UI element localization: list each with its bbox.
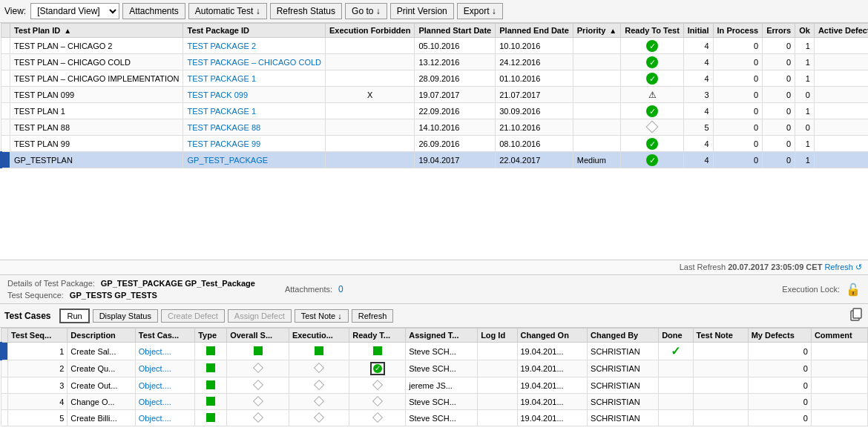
test-package-id-cell[interactable]: TEST PACKAGE 2 — [183, 38, 326, 54]
attachments-value[interactable]: 0 — [338, 284, 343, 294]
export-button[interactable]: Export ↓ — [457, 3, 503, 19]
run-button[interactable]: Run — [59, 309, 89, 323]
col-in-process[interactable]: In Process — [713, 24, 763, 38]
tc-green-sq-icon — [206, 346, 215, 355]
refresh-link[interactable]: Refresh ↺ — [824, 263, 862, 271]
tc-ready-cell: ✓ — [349, 360, 406, 377]
tc-test-note-cell — [693, 343, 748, 360]
col-errors[interactable]: Errors — [763, 24, 795, 38]
tc-ready-cell — [349, 343, 406, 360]
lock-icon: 🔓 — [846, 283, 861, 297]
tc-changed-by-cell: SCHRISTIAN — [588, 410, 659, 426]
tc-col-overall[interactable]: Overall S... — [227, 329, 289, 343]
goto-button[interactable]: Go to ↓ — [345, 3, 387, 19]
tc-diamond-icon — [252, 379, 263, 389]
tc-col-exec[interactable]: Executio... — [289, 329, 349, 343]
attachments-row: Attachments: 0 — [285, 284, 343, 294]
assign-defect-button[interactable]: Assign Defect — [228, 309, 292, 323]
testcases-section: Test Cases Run Display Status Create Def… — [0, 304, 868, 426]
create-defect-button[interactable]: Create Defect — [161, 309, 225, 323]
tc-case-cell[interactable]: Object.... — [135, 343, 194, 360]
tc-col-type[interactable]: Type — [195, 329, 227, 343]
test-sequence-value: GP_TESTS GP_TESTS — [70, 291, 157, 300]
attachments-button[interactable]: Attachments — [122, 3, 185, 19]
tc-col-test-note[interactable]: Test Note — [693, 329, 748, 343]
test-note-button[interactable]: Test Note ↓ — [295, 309, 349, 323]
tc-col-changed-by[interactable]: Changed By — [588, 329, 659, 343]
test-package-id-cell[interactable]: GP_TEST_PACKAGE — [183, 152, 326, 168]
planned-start-cell: 13.12.2016 — [415, 54, 496, 70]
active-defects-cell: 0 — [814, 70, 868, 87]
tc-case-cell[interactable]: Object.... — [135, 394, 194, 410]
tc-col-desc[interactable]: Description — [68, 329, 135, 343]
col-test-package-id[interactable]: Test Package ID — [183, 24, 326, 38]
tc-col-changed-on[interactable]: Changed On — [517, 329, 588, 343]
automatic-test-button[interactable]: Automatic Test ↓ — [188, 3, 267, 19]
col-planned-end[interactable]: Planned End Date — [496, 24, 573, 38]
tc-done-cell — [659, 360, 693, 377]
tc-col-ready[interactable]: Ready T... — [349, 329, 406, 343]
col-exec-forbidden[interactable]: Execution Forbidden — [326, 24, 415, 38]
test-plan-id-cell: TEST PLAN – CHICAGO IMPLEMENTATION — [10, 70, 183, 87]
tc-changed-on-cell: 19.04.201... — [517, 410, 588, 426]
planned-start-cell: 05.10.2016 — [415, 38, 496, 54]
tc-changed-by-cell: SCHRISTIAN — [588, 377, 659, 394]
priority-cell — [573, 87, 620, 103]
test-package-id-cell[interactable]: TEST PACK 099 — [183, 87, 326, 103]
test-cases-table: Test Seq... Description Test Cas... Type… — [0, 328, 868, 426]
col-active-defects[interactable]: Active Defects — [814, 24, 868, 38]
in-process-cell: 0 — [713, 119, 763, 136]
active-defects-cell: 0 — [814, 87, 868, 103]
tc-col-comment[interactable]: Comment — [811, 329, 867, 343]
tc-row-sel-4 — [1, 410, 8, 426]
tc-case-cell[interactable]: Object.... — [135, 410, 194, 426]
tc-refresh-button[interactable]: Refresh — [352, 309, 394, 323]
planned-end-cell: 01.10.2016 — [496, 70, 573, 87]
test-plan-id-cell: TEST PLAN – CHICAGO 2 — [10, 38, 183, 54]
tc-col-seq[interactable]: Test Seq... — [8, 329, 68, 343]
tc-test-note-cell — [693, 410, 748, 426]
ready-cell: ✓ — [621, 152, 684, 168]
test-package-id-cell[interactable]: TEST PACKAGE 99 — [183, 136, 326, 152]
errors-cell: 0 — [763, 70, 795, 87]
col-initial[interactable]: Initial — [683, 24, 713, 38]
test-package-id-cell[interactable]: TEST PACKAGE 1 — [183, 103, 326, 119]
planned-end-cell: 21.07.2017 — [496, 87, 573, 103]
ok-cell: 1 — [795, 54, 815, 70]
tc-seq-cell: 5 — [8, 410, 68, 426]
col-test-plan-id[interactable]: Test Plan ID ▲ — [10, 24, 183, 38]
tc-type-cell — [195, 410, 227, 426]
test-package-id-cell[interactable]: TEST PACKAGE 88 — [183, 119, 326, 136]
ready-cell: ✓ — [621, 103, 684, 119]
tc-seq-cell: 3 — [8, 377, 68, 394]
tc-col-case[interactable]: Test Cas... — [135, 329, 194, 343]
active-defects-cell: 0 — [814, 38, 868, 54]
tc-diamond-icon — [372, 412, 383, 422]
print-button[interactable]: Print Version — [390, 3, 454, 19]
col-planned-start[interactable]: Planned Start Date — [415, 24, 496, 38]
exec-forbidden-cell: X — [326, 87, 415, 103]
tc-case-cell[interactable]: Object.... — [135, 360, 194, 377]
row-sel-1 — [1, 54, 10, 70]
main-table-area: Test Plan ID ▲ Test Package ID Execution… — [0, 23, 868, 260]
tc-col-done[interactable]: Done — [659, 329, 693, 343]
col-ready[interactable]: Ready To Test — [621, 24, 684, 38]
display-status-button[interactable]: Display Status — [93, 309, 158, 323]
tc-col-logid[interactable]: Log Id — [478, 329, 517, 343]
col-ok[interactable]: Ok — [795, 24, 815, 38]
tc-my-defects-cell: 0 — [748, 377, 811, 394]
tc-col-assigned[interactable]: Assigned T... — [406, 329, 478, 343]
view-select[interactable]: [Standard View] — [30, 3, 119, 19]
tc-seq-cell: 1 — [8, 343, 68, 360]
test-package-id-cell[interactable]: TEST PACKAGE 1 — [183, 70, 326, 87]
tc-col-my-defects[interactable]: My Defects — [748, 329, 811, 343]
test-package-id-cell[interactable]: TEST PACKAGE – CHICAGO COLD — [183, 54, 326, 70]
col-priority[interactable]: Priority ▲ — [573, 24, 620, 38]
tc-case-cell[interactable]: Object.... — [135, 377, 194, 394]
row-sel-4 — [1, 103, 10, 119]
in-process-cell: 0 — [713, 136, 763, 152]
refresh-status-button[interactable]: Refresh Status — [270, 3, 342, 19]
priority-cell — [573, 38, 620, 54]
errors-cell: 0 — [763, 103, 795, 119]
tc-comment-cell — [811, 410, 867, 426]
